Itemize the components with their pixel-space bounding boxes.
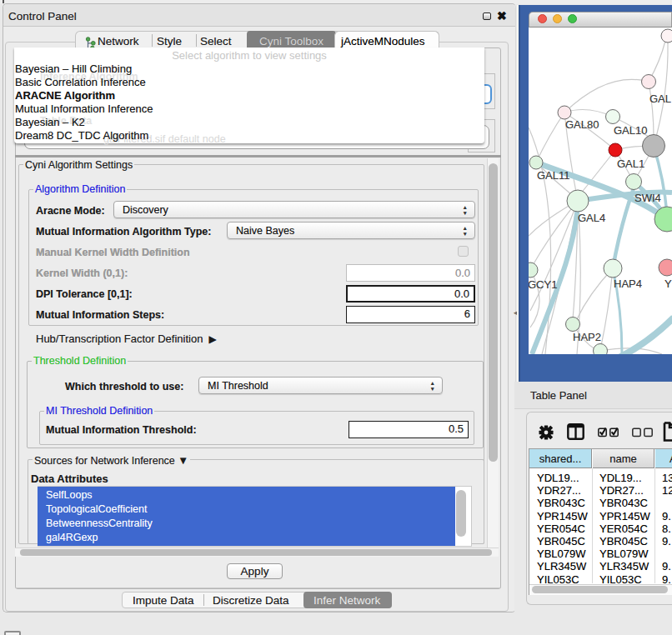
svg-text:GAL4: GAL4: [578, 212, 605, 224]
svg-text:GCY1: GCY1: [529, 278, 557, 291]
svg-text:GAL: GAL: [649, 92, 671, 105]
svg-text:GAL1: GAL1: [617, 158, 644, 170]
svg-text:GAL10: GAL10: [614, 124, 647, 137]
svg-text:HAP2: HAP2: [573, 331, 601, 343]
svg-text:Y: Y: [664, 278, 672, 290]
svg-text:SWI4: SWI4: [634, 192, 661, 204]
svg-text:GAL80: GAL80: [565, 118, 599, 131]
svg-text:GAL11: GAL11: [537, 169, 570, 182]
svg-text:HAP4: HAP4: [614, 278, 642, 290]
